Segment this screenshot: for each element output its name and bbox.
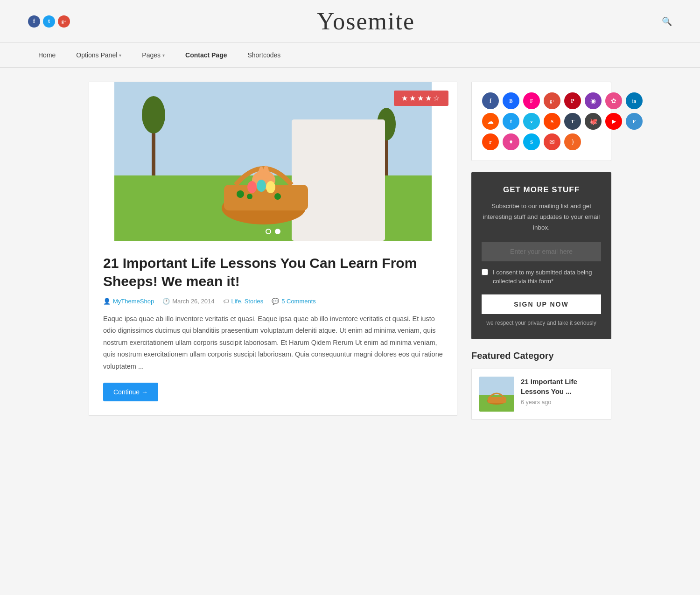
carousel-dots bbox=[266, 229, 280, 234]
consent-checkbox[interactable] bbox=[482, 269, 488, 275]
nav-item-shortcodes[interactable]: Shortcodes bbox=[237, 43, 291, 67]
main-nav: Home Options Panel ▾ Pages ▾ Contact Pag… bbox=[0, 43, 700, 68]
newsletter-description: Subscribe to our mailing list and get in… bbox=[482, 201, 601, 233]
comment-icon: 💬 bbox=[272, 298, 279, 305]
social-db-btn[interactable]: ♦ bbox=[503, 133, 519, 150]
featured-item: 21 Important Life Lessons You ... 6 year… bbox=[471, 369, 611, 420]
svg-point-11 bbox=[263, 166, 269, 179]
twitter-icon[interactable]: t bbox=[43, 15, 55, 28]
continue-button[interactable]: Continue → bbox=[103, 383, 158, 401]
social-icons-widget: f B F g+ P ◉ ✿ in ☁ t v S T 🐙 ▶ F r ♦ S … bbox=[471, 82, 611, 161]
tag-icon: 🏷 bbox=[223, 298, 229, 305]
svg-point-15 bbox=[247, 181, 257, 193]
clock-icon: 🕐 bbox=[162, 298, 170, 305]
svg-point-3 bbox=[142, 96, 165, 133]
social-gp-btn[interactable]: g+ bbox=[544, 92, 560, 109]
svg-point-16 bbox=[257, 180, 266, 192]
consent-text: I consent to my submitted data being col… bbox=[493, 268, 601, 286]
social-yt-btn[interactable]: ▶ bbox=[605, 113, 622, 130]
social-icons-grid: f B F g+ P ◉ ✿ in ☁ t v S T 🐙 ▶ F r ♦ S … bbox=[482, 92, 601, 150]
header-social-icons: f t g+ bbox=[28, 15, 70, 28]
nav-item-options[interactable]: Options Panel ▾ bbox=[66, 43, 132, 67]
social-em-btn[interactable]: ✉ bbox=[544, 133, 560, 150]
svg-point-14 bbox=[274, 193, 281, 200]
social-rs-btn[interactable]: ) bbox=[564, 133, 581, 150]
post-title: 21 Important Life Lessons You Can Learn … bbox=[103, 254, 443, 290]
options-arrow-icon: ▾ bbox=[119, 53, 121, 58]
post-meta: 👤 MyThemeShop 🕐 March 26, 2014 🏷 Life, S… bbox=[103, 298, 443, 305]
post-date: 🕐 March 26, 2014 bbox=[162, 298, 214, 305]
social-fl-btn[interactable]: F bbox=[523, 92, 540, 109]
main-layout: ★★★★☆ 21 Important Life Lessons You Can … bbox=[75, 82, 625, 430]
nav-item-contact[interactable]: Contact Page bbox=[175, 43, 237, 67]
svg-point-13 bbox=[247, 194, 252, 199]
post-author: 👤 MyThemeShop bbox=[103, 298, 154, 305]
social-ig-btn[interactable]: ◉ bbox=[585, 92, 602, 109]
header: f t g+ Yosemite 🔍 bbox=[0, 0, 700, 43]
site-title: Yosemite bbox=[317, 7, 415, 35]
featured-post-title[interactable]: 21 Important Life Lessons You ... bbox=[521, 377, 603, 396]
svg-rect-6 bbox=[292, 119, 385, 241]
signup-button[interactable]: SIGN UP NOW bbox=[482, 294, 601, 314]
post-excerpt: Eaque ipsa quae ab illo inventore verita… bbox=[103, 313, 443, 372]
dot-2[interactable] bbox=[275, 229, 280, 234]
author-link[interactable]: MyThemeShop bbox=[113, 298, 154, 305]
search-icon[interactable]: 🔍 bbox=[662, 16, 672, 27]
social-be-btn[interactable]: B bbox=[503, 92, 519, 109]
post-tags: 🏷 Life, Stories bbox=[223, 298, 264, 305]
featured-category-title: Featured Category bbox=[471, 350, 611, 361]
facebook-icon[interactable]: f bbox=[28, 15, 40, 28]
social-sc-btn[interactable]: ☁ bbox=[482, 113, 499, 130]
post-comments: 💬 5 Comments bbox=[272, 298, 316, 305]
sidebar: f B F g+ P ◉ ✿ in ☁ t v S T 🐙 ▶ F r ♦ S … bbox=[471, 82, 611, 430]
social-gh-btn[interactable]: 🐙 bbox=[585, 113, 602, 130]
social-fb-btn[interactable]: f bbox=[482, 92, 499, 109]
post-card: ★★★★☆ 21 Important Life Lessons You Can … bbox=[89, 82, 457, 416]
post-image bbox=[89, 82, 457, 241]
nav-item-home[interactable]: Home bbox=[28, 43, 66, 67]
tags-link[interactable]: Life, Stories bbox=[231, 298, 264, 305]
post-body: 21 Important Life Lessons You Can Learn … bbox=[89, 241, 457, 415]
google-plus-icon[interactable]: g+ bbox=[58, 15, 70, 28]
social-dr-btn[interactable]: ✿ bbox=[605, 92, 622, 109]
svg-rect-21 bbox=[488, 397, 506, 403]
newsletter-title: GET MORE STUFF bbox=[482, 185, 601, 195]
social-rd-btn[interactable]: r bbox=[482, 133, 499, 150]
featured-text: 21 Important Life Lessons You ... 6 year… bbox=[521, 377, 603, 406]
newsletter-widget: GET MORE STUFF Subscribe to our mailing … bbox=[471, 172, 611, 339]
featured-post-date: 6 years ago bbox=[521, 399, 603, 406]
pages-arrow-icon: ▾ bbox=[162, 53, 165, 58]
social-pi-btn[interactable]: P bbox=[564, 92, 581, 109]
consent-row: I consent to my submitted data being col… bbox=[482, 268, 601, 286]
author-icon: 👤 bbox=[103, 298, 111, 305]
featured-category-section: Featured Category 21 Important Life Less… bbox=[471, 350, 611, 420]
social-tu-btn[interactable]: T bbox=[564, 113, 581, 130]
social-li-btn[interactable]: in bbox=[626, 92, 643, 109]
comments-link[interactable]: 5 Comments bbox=[281, 298, 316, 305]
social-su-btn[interactable]: S bbox=[544, 113, 560, 130]
dot-1[interactable] bbox=[266, 229, 271, 234]
svg-point-12 bbox=[237, 190, 244, 198]
svg-point-17 bbox=[266, 181, 275, 193]
social-sk-btn[interactable]: S bbox=[523, 133, 540, 150]
nav-item-pages[interactable]: Pages ▾ bbox=[132, 43, 175, 67]
social-fo-btn[interactable]: F bbox=[626, 113, 643, 130]
rating-badge: ★★★★☆ bbox=[394, 91, 448, 106]
privacy-note: we respect your privacy and take it seri… bbox=[482, 320, 601, 326]
featured-thumb bbox=[479, 377, 514, 412]
main-content: ★★★★☆ 21 Important Life Lessons You Can … bbox=[89, 82, 457, 430]
social-tw-btn[interactable]: t bbox=[503, 113, 519, 130]
social-vm-btn[interactable]: v bbox=[523, 113, 540, 130]
email-input[interactable] bbox=[482, 242, 601, 261]
post-image-wrap: ★★★★☆ bbox=[89, 82, 457, 241]
